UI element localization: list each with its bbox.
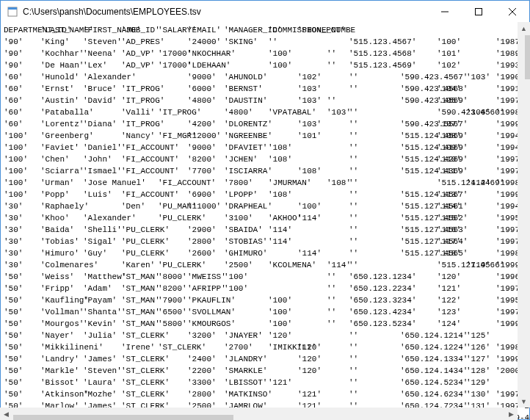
- data-cell: 'FI_ACCOUNT': [121, 153, 184, 165]
- data-cell: '': [349, 388, 363, 400]
- data-cell: '30': [4, 259, 27, 271]
- data-cell: 'Ernst': [40, 83, 79, 95]
- table-row: '60''Austin''David''IT_PROG''4800''DAUST…: [4, 95, 526, 106]
- data-cell: '100': [4, 153, 32, 165]
- scroll-down-icon[interactable]: ▼: [518, 395, 530, 408]
- data-cell: '3200': [187, 330, 221, 341]
- data-cell: '9000': [187, 142, 221, 153]
- data-cell: '': [349, 71, 363, 83]
- svg-rect-1: [8, 7, 17, 10]
- data-cell: 'PU_CLERK': [158, 259, 211, 271]
- data-cell: 'King': [40, 36, 74, 48]
- data-cell: 'JLANDRY': [224, 353, 272, 365]
- data-cell: '': [349, 236, 363, 247]
- data-cell: 'FI_ACCOUNT': [121, 189, 184, 200]
- data-cell: 'James': [83, 353, 121, 365]
- horizontal-scrollbar[interactable]: ◀ ▶: [0, 408, 518, 420]
- data-cell: '100': [4, 142, 32, 153]
- table-row: '50''Landry''James''ST_CLERK''2400''JLAN…: [4, 353, 526, 365]
- data-cell: '4800': [224, 106, 258, 118]
- table-row: '30''Himuro''Guy''PU_CLERK''2600''GHIMUR…: [4, 247, 526, 259]
- data-cell: 'Lex': [83, 59, 112, 71]
- table-row: '60''Hunold''Alexander''9000''AHUNOLD''1…: [4, 71, 526, 83]
- data-cell: '30': [4, 247, 27, 259]
- data-cell: 'VPATABAL': [268, 106, 321, 118]
- data-cell: 'Bissot': [40, 377, 84, 388]
- data-cell: 'NGREENBE': [224, 130, 277, 142]
- data-cell: 'FI_ACCOUNT': [121, 165, 184, 177]
- data-cell: '5800': [158, 318, 192, 330]
- scroll-left-icon[interactable]: ◀: [0, 408, 12, 420]
- data-cell: 'STOBIAS': [224, 236, 272, 247]
- data-cell: '50': [4, 330, 27, 341]
- data-cell: '4800': [187, 95, 221, 106]
- window-controls: [428, 1, 529, 23]
- data-cell: 'LPOPP': [224, 189, 262, 200]
- data-cell: 'KMOURGOS': [187, 318, 240, 330]
- data-cell: 'SKING': [224, 36, 262, 48]
- horizontal-scroll-thumb[interactable]: [13, 415, 233, 421]
- data-cell: 'Julia': [83, 330, 121, 341]
- minimize-button[interactable]: [428, 1, 462, 23]
- data-cell: '': [327, 283, 341, 294]
- data-cell: 'Neena': [83, 48, 121, 59]
- table-row: '50''Fripp''Adam''ST_MAN''8200''AFRIPP''…: [4, 283, 526, 294]
- data-cell: '2500': [224, 259, 258, 271]
- maximize-button[interactable]: [462, 1, 495, 23]
- data-cell: '100': [297, 200, 326, 212]
- data-cell: '': [349, 341, 363, 353]
- data-cell: 'Kevin': [83, 318, 121, 330]
- data-cell: '': [349, 106, 363, 118]
- data-cell: 'SBAIDA': [224, 224, 267, 236]
- data-cell: '122': [437, 294, 465, 306]
- data-cell: '': [268, 36, 282, 48]
- data-cell: '7900': [158, 294, 192, 306]
- data-cell: '127': [466, 353, 495, 365]
- data-cell: 'NKOCHHAR': [187, 48, 240, 59]
- table-row: '60''Pataballa''Valli''IT_PROG''4800''VP…: [4, 106, 526, 118]
- data-cell: '50': [4, 377, 27, 388]
- data-cell: 'IT_PROG': [121, 83, 169, 95]
- data-cell: 'Adam': [83, 283, 117, 294]
- scroll-right-icon[interactable]: ▶: [505, 408, 518, 420]
- data-cell: '124': [437, 318, 465, 330]
- data-cell: '108': [268, 153, 297, 165]
- data-cell: '60': [4, 106, 27, 118]
- data-cell: '105': [437, 95, 465, 106]
- data-cell: 'Tobias': [40, 236, 84, 247]
- vertical-scrollbar[interactable]: ▲ ▼: [518, 22, 530, 408]
- data-cell: '100': [4, 189, 32, 200]
- data-cell: '121': [297, 388, 326, 400]
- data-cell: 'Baida': [40, 224, 79, 236]
- data-cell: '': [349, 212, 363, 224]
- data-cell: '112': [466, 177, 495, 189]
- data-cell: '': [327, 95, 341, 106]
- data-cell: 'ST_CLERK': [121, 365, 174, 377]
- data-cell: '': [349, 224, 363, 236]
- vertical-scroll-thumb[interactable]: [525, 35, 531, 79]
- data-cell: 'BERNST': [224, 83, 267, 95]
- data-cell: 'Popp': [40, 189, 74, 200]
- titlebar: C:\Users\pansh\Documents\EMPLOYEES.tsv: [1, 1, 529, 23]
- data-cell: '': [349, 165, 363, 177]
- data-cell: 'PU_CLERK': [121, 236, 174, 247]
- data-cell: '11000': [187, 200, 225, 212]
- table-row: '100''Faviet''Daniel''FI_ACCOUNT''9000''…: [4, 142, 526, 153]
- data-cell: '129': [466, 377, 495, 388]
- data-cell: '8200': [187, 153, 221, 165]
- data-cell: 'JCHEN': [224, 153, 262, 165]
- text-content[interactable]: DEPARTMENT_ID''LAST_NAME''FIRST_NAME''JO…: [1, 23, 529, 419]
- table-row: '100''Greenberg''Nancy''FI_MGR''12000''N…: [4, 130, 526, 142]
- data-cell: 'Chen': [40, 153, 74, 165]
- data-cell: '108': [297, 165, 326, 177]
- data-cell: '': [349, 330, 363, 341]
- data-cell: '100': [4, 130, 32, 142]
- scroll-up-icon[interactable]: ▲: [518, 22, 530, 35]
- data-cell: '50': [4, 318, 27, 330]
- data-cell: 'Markle': [40, 365, 84, 377]
- data-cell: '110': [437, 153, 465, 165]
- close-button[interactable]: [495, 1, 529, 23]
- data-cell: '121': [268, 377, 297, 388]
- data-cell: '515.123.4567': [349, 36, 421, 48]
- data-cell: '120': [297, 365, 326, 377]
